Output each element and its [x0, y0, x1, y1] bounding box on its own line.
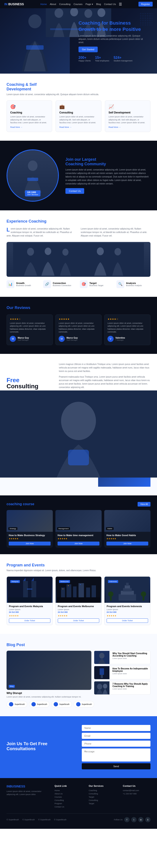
svg-point-54 [70, 8, 78, 16]
svg-rect-41 [57, 597, 100, 603]
hero-stat-employees: 15+ Total employees [95, 56, 109, 62]
nav-page[interactable]: Page ▾ [85, 3, 93, 6]
svg-rect-25 [23, 581, 28, 598]
program-badge-1b: Malaysia [10, 580, 20, 583]
course-card-3: Habits How to Make Good Habits ★★★★★ Joi… [104, 510, 151, 548]
course-tag-1: Strategy [8, 527, 18, 530]
nav-menu-icon[interactable]: ☰ [119, 2, 122, 6]
hero-stat-clients: 200+ Happy Clients [78, 56, 91, 62]
program-image-3: PG Indonesia [104, 577, 150, 603]
hero-title: Coaching for Business Growth to be more … [78, 20, 148, 32]
blog-main-tag: Blog [9, 685, 15, 688]
svg-rect-29 [27, 589, 32, 589]
nav-about[interactable]: About [50, 3, 56, 5]
nav-home[interactable]: Home [40, 3, 47, 5]
course-image-3: Habits [104, 510, 151, 532]
svg-rect-45 [123, 588, 132, 591]
svg-rect-47 [126, 583, 129, 586]
nav-blog[interactable]: Blog [96, 3, 101, 5]
svg-rect-26 [31, 581, 36, 598]
nav-contact[interactable]: Contact Us [104, 3, 116, 5]
course-tag-2: Management [57, 527, 70, 530]
svg-rect-46 [125, 585, 130, 588]
logo-accent: IN [4, 2, 7, 6]
svg-rect-38 [62, 589, 63, 589]
navbar: IN BUSINESS Home About Consulting Course… [0, 0, 157, 8]
svg-point-56 [98, 8, 105, 17]
hero-description: Lorem ipsum dolor sit amet, consectetur … [78, 34, 148, 44]
program-image-2: PG Melbourne [56, 577, 101, 603]
hero-cta-button[interactable]: Get Started [78, 46, 98, 52]
logo-text: BUSINESS [8, 2, 24, 6]
nav-consulting[interactable]: Consulting [59, 3, 71, 5]
svg-point-55 [84, 9, 92, 18]
svg-rect-30 [8, 597, 51, 603]
courses-grid: rategy Strategy How to Make Business Str… [6, 510, 151, 548]
nav-register-button[interactable]: Register [138, 2, 153, 6]
course-tag-3: Habits [106, 527, 113, 530]
hero-stat-students: 524+ Student management [113, 56, 132, 62]
svg-rect-39 [68, 585, 69, 586]
svg-rect-43 [119, 594, 136, 600]
nav-logo: IN BUSINESS [4, 2, 24, 6]
courses-section: coaching course View All rategy Strategy… [0, 495, 157, 554]
svg-point-53 [54, 8, 63, 18]
svg-point-49 [108, 591, 113, 597]
program-image-1: PG Malaysia [7, 577, 53, 603]
program-badge-2b: Melbourne [59, 580, 70, 583]
svg-point-51 [141, 591, 146, 597]
hero-stats: 200+ Happy Clients 15+ Total employees 5… [78, 56, 148, 62]
hero-content: Coaching for Business Growth to be more … [78, 20, 148, 62]
program-badge-3b: Indonesia [108, 580, 118, 583]
nav-courses[interactable]: Courses [74, 3, 82, 5]
nav-links: Home About Consulting Courses Page ▾ Blo… [40, 2, 122, 6]
svg-rect-40 [80, 584, 81, 585]
